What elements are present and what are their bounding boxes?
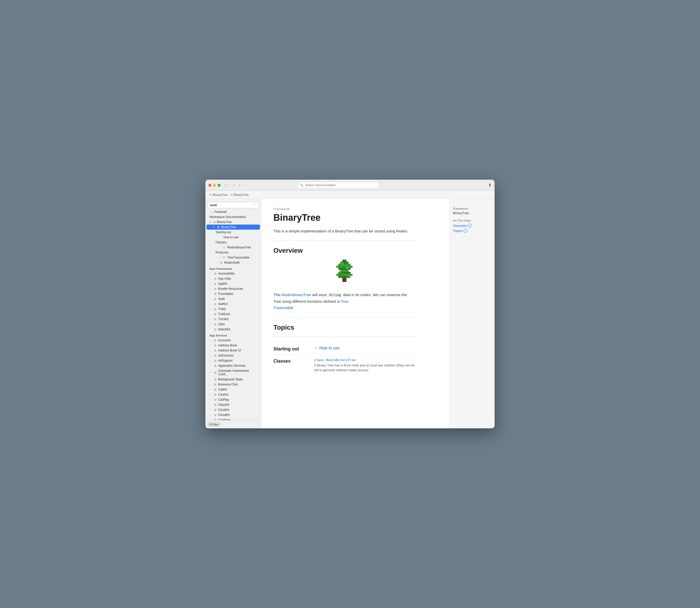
description-text: This is a simple implementation of a Bin…	[273, 228, 415, 234]
how-to-use-link[interactable]: How to use	[319, 346, 339, 350]
chevron-down-icon: ▼	[213, 226, 215, 228]
sidebar-item-carekit[interactable]: › ⊞ CareKit	[207, 392, 260, 397]
sidebar-item-bundle-resources[interactable]: › ⊞ Bundle Resources	[207, 286, 260, 291]
sidebar-item-accessibility[interactable]: › ⊞ Accessibility	[207, 271, 260, 276]
search-input[interactable]	[305, 184, 376, 187]
sidebar-item-watchkit[interactable]: › ⊞ WatchKit	[207, 327, 260, 332]
page-title: BinaryTree	[273, 212, 415, 223]
share-button[interactable]: ⬆	[488, 183, 491, 188]
breadcrumb-separator: ›	[229, 193, 230, 197]
overview-title: Overview	[273, 247, 415, 254]
maximize-button[interactable]	[218, 184, 221, 187]
search-bar[interactable]: 🔍	[297, 182, 379, 189]
sidebar-item-carplay[interactable]: › ⊞ CarPlay	[207, 397, 260, 402]
sidebar-item-label: AdSupport	[218, 359, 233, 362]
app-window: ⬚ ‹ › 🔍 ⬆ ⊞ BinaryTree › ⊞ BinaryTree	[206, 180, 494, 428]
sidebar-item-automatic-assessment-confi...[interactable]: › ⊞ Automatic Assessment Confi...	[207, 368, 260, 377]
sidebar-item-swiftui[interactable]: › ⊞ SwiftUI	[207, 302, 260, 306]
sidebar-item-accounts[interactable]: › ⊞ Accounts	[207, 338, 260, 343]
sidebar-label-binarytree-active: BinaryTree	[221, 225, 236, 229]
grid-icon: ⊞	[213, 318, 217, 321]
right-nav-topics[interactable]: Topics ✓	[453, 229, 490, 233]
grid-icon: ⊞	[213, 282, 217, 285]
sidebar-item-app-clips[interactable]: › ⊞ App Clips	[207, 276, 260, 281]
close-button[interactable]	[209, 184, 212, 187]
realm-binary-tree-link[interactable]: RealmBinaryTree	[282, 292, 311, 297]
filter-button[interactable]: ⊘ Filter	[208, 422, 220, 426]
sidebar-item-appkit[interactable]: › ⊞ AppKit	[207, 281, 260, 286]
breadcrumb-item-2[interactable]: ⊞ BinaryTree	[231, 193, 249, 197]
sidebar-item-tvuikit[interactable]: › ⊞ TVUIKit	[207, 317, 260, 322]
forward-button[interactable]: ›	[237, 183, 242, 188]
grid-icon: ⊞	[213, 272, 217, 275]
filter-icon: ⊘	[209, 423, 212, 426]
topic-label-classes: Classes	[273, 358, 314, 364]
sidebar-item-realmswift[interactable]: › ⊞ RealmSwift	[207, 260, 260, 265]
sidebar-item-realmbinarytree[interactable]: › C RealmBinaryTree	[207, 245, 260, 250]
grid-icon: ⊞	[213, 364, 217, 367]
class-description: A Binary Tree has a Root node and at mos…	[314, 363, 415, 373]
tree-traversable-link[interactable]: TreeTraversable	[273, 299, 349, 310]
class-link-realmbinarytree[interactable]: RealmBinaryTree	[326, 358, 355, 362]
chevron-right-icon: ›	[210, 359, 212, 362]
sidebar-item-clockkit[interactable]: › ⊞ ClockKit	[207, 407, 260, 412]
sidebar-item-how-to-use[interactable]: 📄 How to use	[207, 235, 260, 240]
sidebar-item-adservices[interactable]: › ⊞ AdServices	[207, 353, 260, 358]
sidebar-item-classkit[interactable]: › ⊞ ClassKit	[207, 402, 260, 407]
sidebar-item-uikit[interactable]: › ⊞ UIKit	[207, 322, 260, 327]
sidebar-item-cloudkit[interactable]: › ⊞ CloudKit	[207, 412, 260, 417]
sidebar-item-classes[interactable]: Classes	[207, 240, 260, 245]
sidebar-item-binarytree-root[interactable]: ▼ ⊞ BinaryTree	[207, 220, 260, 225]
grid-icon: ⊞	[213, 398, 217, 401]
sidebar-item-combine[interactable]: › ⊞ Combine	[207, 417, 260, 420]
sidebar-label-realmswift: RealmSwift	[224, 261, 240, 264]
chevron-right-icon: ›	[210, 378, 212, 381]
sidebar-item-workspace[interactable]: Workspace Documentation	[207, 214, 260, 220]
sidebar-item-tvml[interactable]: › ⊞ TVML	[207, 306, 260, 311]
sidebar-item-starting-out[interactable]: Starting out	[207, 230, 260, 235]
sidebar-item-label: AppKit	[218, 282, 227, 285]
sidebar-item-adsupport[interactable]: › ⊞ AdSupport	[207, 358, 260, 363]
sidebar-item-swift[interactable]: › ⊞ Swift	[207, 297, 260, 302]
sidebar-toggle-icon[interactable]: ⬚	[225, 183, 228, 187]
sidebar-item-treetraversable[interactable]: › P TreeTraversable	[207, 255, 260, 260]
grid-icon: ⊞	[213, 388, 217, 391]
sidebar-item-application-services[interactable]: › ⊞ Application Services	[207, 363, 260, 368]
sidebar-item-label: Swift	[218, 297, 225, 301]
sidebar-item-label: Combine	[218, 418, 230, 420]
chevron-right-icon: ›	[210, 364, 212, 367]
grid-icon: ⊞	[213, 292, 217, 296]
grid-icon: ⊞	[213, 371, 217, 374]
grid-icon: ⊞	[213, 383, 217, 386]
sidebar-label-binarytree-root: BinaryTree	[217, 220, 232, 224]
sidebar-item-label: Address Book	[218, 344, 237, 347]
sidebar-item-foundation[interactable]: › ⊞ Foundation	[207, 291, 260, 297]
swift-selector[interactable]: Swift ⌃	[208, 202, 259, 208]
class-keyword: class	[314, 358, 324, 362]
breadcrumb-item-1[interactable]: ⊞ BinaryTree	[210, 193, 228, 197]
chevron-right-icon-tree: ›	[219, 256, 221, 259]
sidebar-item-label: App Clips	[218, 277, 231, 280]
sidebar-item-binarytree-active[interactable]: ▼ ⊞ BinaryTree	[207, 225, 260, 230]
sidebar-item-label: Bundle Resources	[218, 287, 243, 290]
grid-icon: ⊞	[213, 403, 217, 406]
back-button[interactable]: ‹	[232, 183, 236, 188]
sidebar-item-background-tasks[interactable]: › ⊞ Background Tasks	[207, 377, 260, 382]
svg-rect-5	[341, 270, 349, 272]
minimize-button[interactable]	[213, 184, 216, 187]
chevron-right-icon: ›	[210, 323, 212, 326]
sidebar-item-business-chat[interactable]: › ⊞ Business Chat	[207, 382, 260, 387]
sidebar-item-address-book-ui[interactable]: › ⊞ Address Book UI	[207, 348, 260, 353]
right-nav-overview[interactable]: Overview ✓	[453, 224, 490, 228]
sidebar-item-featured[interactable]: ☆ Featured	[207, 209, 260, 214]
grid-icon: ⊞	[213, 378, 217, 381]
sidebar-item-tvmlkit[interactable]: › ⊞ TVMLKit	[207, 311, 260, 317]
sidebar-item-address-book[interactable]: › ⊞ Address Book	[207, 343, 260, 348]
overview-text: This RealmBinaryTree will store String d…	[273, 291, 415, 311]
sidebar-item-label: TVMLKit	[218, 312, 230, 316]
grid-icon: ⊞	[213, 312, 217, 316]
sidebar-item-callkit[interactable]: › ⊞ CallKit	[207, 387, 260, 392]
svg-rect-12	[339, 271, 342, 273]
grid-icon: ⊞	[213, 393, 217, 396]
sidebar-item-protocols[interactable]: Protocols	[207, 250, 260, 255]
